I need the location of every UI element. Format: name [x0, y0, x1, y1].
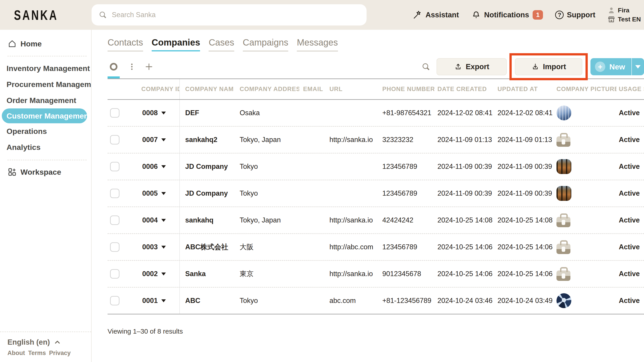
- company-url: http://sanka.io: [324, 207, 378, 233]
- sidebar-item-operations[interactable]: Operations: [0, 123, 91, 139]
- header-checkbox-spacer: [108, 79, 135, 99]
- sidebar-item-home[interactable]: Home: [0, 36, 91, 51]
- company-address: Tokyo: [234, 153, 299, 180]
- main-content: Contacts Companies Cases Campaigns Messa…: [92, 30, 644, 362]
- add-view-plus-icon[interactable]: [144, 62, 154, 72]
- import-label: Import: [543, 62, 566, 71]
- workspace-name: Test EN: [618, 16, 641, 23]
- chevron-down-icon[interactable]: [161, 299, 166, 302]
- table-row: 0002 Sanka 東京 http://sanka.io 9012345678…: [108, 261, 644, 288]
- company-phone: 32323232: [378, 127, 434, 153]
- status-badge: Active: [616, 261, 644, 287]
- legal-links: About Terms Privacy: [8, 349, 91, 356]
- home-icon: [8, 39, 17, 49]
- company-id: 0001: [142, 297, 158, 305]
- new-label: New: [609, 62, 625, 71]
- kebab-menu-icon[interactable]: [127, 62, 136, 71]
- company-name: JD Company: [180, 180, 234, 207]
- chevron-down-icon[interactable]: [161, 219, 166, 222]
- sidebar-item-procurement[interactable]: Procurement Management: [0, 76, 91, 92]
- table-row: 0003 ABC株式会社 大阪 http://abc.com 123456789…: [108, 234, 644, 261]
- company-phone: 123456789: [378, 234, 434, 260]
- workspace-name-row[interactable]: Test EN: [608, 16, 641, 23]
- tab-companies[interactable]: Companies: [152, 37, 200, 51]
- user-name-row[interactable]: Fira: [608, 7, 641, 14]
- view-tab[interactable]: [108, 55, 120, 78]
- chevron-down-icon[interactable]: [161, 112, 166, 114]
- chevron-down-icon[interactable]: [161, 165, 166, 168]
- support-button[interactable]: ? Support: [555, 11, 595, 19]
- sidebar-item-inventory[interactable]: Inventory Management: [0, 60, 91, 76]
- tab-campaigns[interactable]: Campaigns: [243, 37, 288, 51]
- about-link[interactable]: About: [8, 349, 25, 356]
- language-selector[interactable]: English (en): [8, 338, 91, 346]
- company-email: [299, 234, 324, 260]
- divider: [8, 56, 87, 56]
- privacy-link[interactable]: Privacy: [49, 349, 71, 356]
- company-id: 0008: [142, 109, 158, 117]
- new-button[interactable]: + New: [590, 58, 632, 75]
- company-picture: [556, 244, 570, 254]
- company-picture: [556, 293, 571, 308]
- user-menu[interactable]: Fira Test EN: [608, 7, 641, 23]
- language-label: English (en): [8, 338, 50, 346]
- updated-at: 2024-10-25 14:06: [493, 261, 554, 287]
- row-checkbox[interactable]: [110, 189, 120, 198]
- chevron-up-icon: [54, 338, 61, 346]
- row-checkbox[interactable]: [110, 108, 120, 118]
- company-url: http://sanka.io: [324, 127, 378, 153]
- row-checkbox[interactable]: [110, 242, 120, 252]
- chevron-down-icon[interactable]: [161, 138, 166, 141]
- search-input[interactable]: [112, 11, 360, 19]
- chevron-down-icon[interactable]: [161, 273, 166, 275]
- company-address: Tokyo: [234, 180, 299, 207]
- date-created: 2024-10-25 14:08: [434, 207, 493, 233]
- download-icon: [531, 63, 539, 71]
- assistant-button[interactable]: Assistant: [412, 10, 459, 20]
- company-email: [299, 288, 324, 314]
- export-button[interactable]: Export: [436, 58, 507, 75]
- tab-cases[interactable]: Cases: [208, 37, 234, 51]
- assistant-label: Assistant: [426, 11, 459, 19]
- notifications-button[interactable]: Notifications 1: [471, 10, 543, 20]
- date-created: 2024-10-24 03:46: [434, 288, 493, 314]
- row-checkbox[interactable]: [110, 296, 120, 305]
- notifications-badge: 1: [532, 10, 543, 20]
- row-checkbox[interactable]: [110, 135, 120, 144]
- company-id: 0006: [142, 162, 158, 171]
- notifications-label: Notifications: [484, 11, 529, 19]
- chevron-down-icon[interactable]: [161, 192, 166, 195]
- circle-icon: [110, 63, 118, 71]
- column-header: USAGE S: [616, 79, 644, 99]
- company-id: 0005: [142, 189, 158, 198]
- column-header: COMPANY PICTURE: [554, 79, 616, 99]
- company-email: [299, 153, 324, 180]
- sidebar-item-workspace[interactable]: Workspace: [0, 164, 91, 180]
- table-row: 0001 ABC Tokyo abc.com +81-123456789 202…: [108, 288, 644, 314]
- company-picture: [556, 105, 571, 120]
- date-created: 2024-11-09 01:13: [434, 127, 493, 153]
- tab-contacts[interactable]: Contacts: [108, 37, 143, 51]
- chevron-down-icon[interactable]: [161, 246, 166, 249]
- new-dropdown-button[interactable]: [632, 58, 644, 75]
- updated-at: 2024-11-09 01:13: [493, 127, 554, 153]
- row-checkbox[interactable]: [110, 269, 120, 279]
- company-picture: [556, 159, 571, 174]
- updated-at: 2024-11-09 00:39: [493, 180, 554, 207]
- tab-messages[interactable]: Messages: [297, 37, 338, 51]
- row-checkbox[interactable]: [110, 216, 120, 225]
- sidebar-item-order[interactable]: Order Management: [0, 92, 91, 108]
- global-search[interactable]: [92, 4, 366, 26]
- date-created: 2024-11-09 00:39: [434, 180, 493, 207]
- company-phone: 123456789: [378, 180, 434, 207]
- table-header: COMPANY ID COMPANY NAME COMPANY ADDRESS …: [108, 79, 644, 100]
- column-header: URL: [324, 79, 378, 99]
- terms-link[interactable]: Terms: [28, 349, 46, 356]
- table-search-icon[interactable]: [421, 62, 431, 71]
- row-checkbox[interactable]: [110, 162, 120, 171]
- sidebar-item-customer-management[interactable]: Customer Management: [2, 108, 87, 123]
- search-icon: [98, 10, 107, 19]
- sidebar-item-analytics[interactable]: Analytics: [0, 139, 91, 155]
- import-button[interactable]: Import: [515, 58, 582, 75]
- column-header: DATE CREATED: [434, 79, 493, 99]
